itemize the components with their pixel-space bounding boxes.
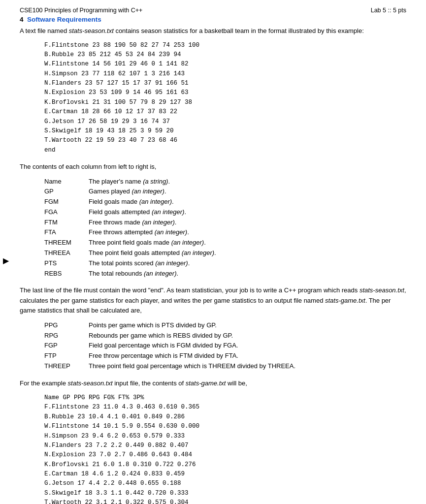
- column-def-row: FGAField goals attempted (an integer).: [44, 207, 406, 218]
- output-row: S.Skwigelf 18 3.3 1.1 0.442 0.720 0.333: [44, 489, 406, 498]
- column-def-row: THREEAThee point field goals attempted (…: [44, 248, 406, 258]
- output-row: H.Simpson 23 9.4 6.2 0.653 0.579 0.333: [44, 432, 406, 441]
- per-game-row: PPGPoints per game which is PTS divided …: [44, 320, 406, 331]
- output-row: W.Flintstone 14 10.1 5.9 0.554 0.630 0.0…: [44, 422, 406, 431]
- output-data-table: Name GP PPG RPG FG% FT% 3P%F.Flintstone …: [44, 393, 406, 504]
- pg-abbrev: PPG: [44, 320, 89, 331]
- season-row: end: [44, 146, 406, 155]
- season-row: S.Skwigelf 18 19 43 18 25 3 9 59 20: [44, 126, 406, 136]
- season-row: N.Explosion 23 53 109 9 14 46 95 161 63: [44, 88, 406, 97]
- column-def-row: PTSThe total points scored (an integer).: [44, 258, 406, 269]
- per-game-row: THREEPThree point field goal percentage …: [44, 361, 406, 372]
- per-game-row: RPGRebounds per game which is REBS divid…: [44, 331, 406, 341]
- pg-description: Points per game which is PTS divided by …: [89, 320, 217, 331]
- season-row: K.Broflovski 21 31 100 57 79 8 29 127 38: [44, 98, 406, 107]
- left-arrow-icon[interactable]: ▶: [3, 256, 9, 265]
- pg-abbrev: FGP: [44, 341, 89, 351]
- output-row: F.Flintstone 23 11.0 4.3 0.463 0.610 0.3…: [44, 403, 406, 412]
- pg-description: Field goal percentage which is FGM divid…: [89, 341, 238, 351]
- example-intro: For the example stats-season.txt input f…: [20, 378, 406, 388]
- per-game-row: FTPFree throw percentage which is FTM di…: [44, 351, 406, 361]
- pg-description: Rebounds per game which is REBS divided …: [89, 331, 233, 341]
- column-description: Games played (an integer).: [89, 187, 166, 197]
- output-row: E.Cartman 18 4.6 1.2 0.424 0.833 0.459: [44, 470, 406, 479]
- column-def-row: FGMField goals made (an integer).: [44, 197, 406, 207]
- column-def-row: FTAFree throws attempted (an integer).: [44, 227, 406, 238]
- column-description: The player's name (a string).: [89, 177, 170, 187]
- column-definitions: NameThe player's name (a string).GPGames…: [44, 177, 406, 279]
- column-description: Thee point field goals attempted (an int…: [89, 248, 216, 258]
- season-row: E.Cartman 18 28 66 10 12 17 37 83 22: [44, 107, 406, 117]
- pg-abbrev: RPG: [44, 331, 89, 341]
- season-row: H.Simpson 23 77 118 62 107 1 3 216 143: [44, 69, 406, 79]
- column-abbrev: FGM: [44, 197, 89, 207]
- season-row: B.Rubble 23 85 212 45 53 24 84 239 94: [44, 50, 406, 60]
- per-game-definitions: PPGPoints per game which is PTS divided …: [44, 320, 406, 372]
- column-abbrev: GP: [44, 187, 89, 197]
- pg-description: Free throw percentage which is FTM divid…: [89, 351, 238, 361]
- lab-info: Lab 5 :: 5 pts: [371, 7, 406, 14]
- column-description: Three point field goals made (an integer…: [89, 238, 206, 248]
- season-row: N.Flanders 23 57 127 15 17 37 91 166 51: [44, 79, 406, 88]
- column-abbrev: REBS: [44, 269, 89, 279]
- season-row: G.Jetson 17 26 58 19 29 3 16 74 37: [44, 117, 406, 126]
- column-def-row: FTMFree throws made (an integer).: [44, 218, 406, 228]
- season-row: F.Flintstone 23 88 190 50 82 27 74 253 1…: [44, 41, 406, 50]
- column-abbrev: PTS: [44, 258, 89, 269]
- last-line-paragraph: The last line of the file must contain t…: [20, 285, 406, 315]
- season-row: T.Wartooth 22 19 59 23 40 7 23 68 46: [44, 136, 406, 145]
- column-def-row: NameThe player's name (a string).: [44, 177, 406, 187]
- section-number: 4: [20, 16, 24, 23]
- column-description: The total points scored (an integer).: [89, 258, 190, 269]
- output-row: K.Broflovski 21 6.0 1.8 0.310 0.722 0.27…: [44, 460, 406, 470]
- column-abbrev: Name: [44, 177, 89, 187]
- pg-abbrev: THREEP: [44, 361, 89, 372]
- intro-paragraph: A text file named stats-season.txt conta…: [20, 26, 406, 36]
- column-abbrev: THREEA: [44, 248, 89, 258]
- output-row: N.Flanders 23 7.2 2.2 0.449 0.882 0.407: [44, 441, 406, 450]
- column-abbrev: FGA: [44, 207, 89, 218]
- season-row: W.Flintstone 14 56 101 29 46 0 1 141 82: [44, 60, 406, 69]
- column-def-row: REBSThe total rebounds (an integer).: [44, 269, 406, 279]
- course-title: CSE100 Principles of Programming with C+…: [20, 7, 142, 14]
- pg-description: Three point field goal percentage which …: [89, 361, 295, 372]
- pg-abbrev: FTP: [44, 351, 89, 361]
- column-description: Field goals made (an integer).: [89, 197, 174, 207]
- per-game-row: FGPField goal percentage which is FGM di…: [44, 341, 406, 351]
- column-description: Field goals attempted (an integer).: [89, 207, 186, 218]
- section-heading: 4 Software Requirements: [20, 16, 406, 23]
- output-row: Name GP PPG RPG FG% FT% 3P%: [44, 393, 406, 403]
- column-description: The total rebounds (an integer).: [89, 269, 178, 279]
- column-def-row: THREEMThree point field goals made (an i…: [44, 238, 406, 248]
- column-description: Free throws attempted (an integer).: [89, 227, 189, 238]
- column-def-row: GPGames played (an integer).: [44, 187, 406, 197]
- output-row: B.Rubble 23 10.4 4.1 0.401 0.849 0.286: [44, 412, 406, 422]
- contents-intro: The contents of each column from left to…: [20, 162, 406, 172]
- output-row: G.Jetson 17 4.4 2.2 0.448 0.655 0.188: [44, 479, 406, 488]
- column-abbrev: FTA: [44, 227, 89, 238]
- column-description: Free throws made (an integer).: [89, 218, 176, 228]
- season-data-table: F.Flintstone 23 88 190 50 82 27 74 253 1…: [44, 41, 406, 156]
- column-abbrev: THREEM: [44, 238, 89, 248]
- column-abbrev: FTM: [44, 218, 89, 228]
- section-title: Software Requirements: [27, 16, 101, 23]
- output-row: T.Wartooth 22 3.1 2.1 0.322 0.575 0.304: [44, 498, 406, 504]
- output-row: N.Explosion 23 7.0 2.7 0.486 0.643 0.484: [44, 450, 406, 460]
